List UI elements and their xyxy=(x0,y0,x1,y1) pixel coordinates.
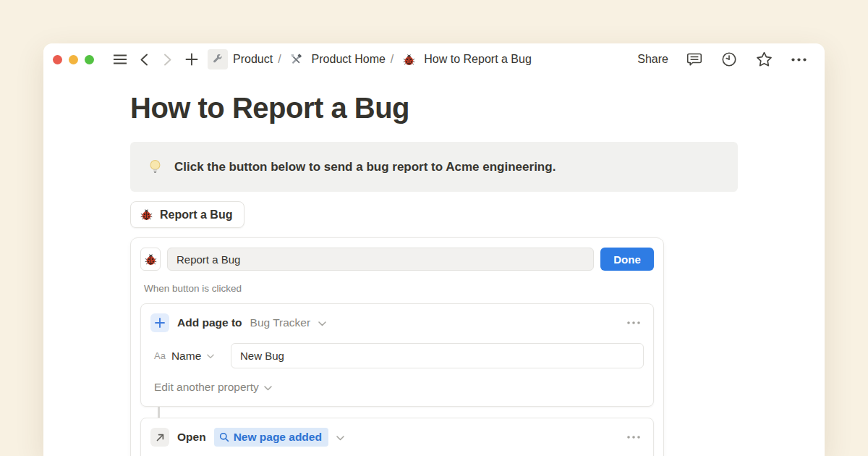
step-header-row: Open New page added xyxy=(150,428,644,447)
report-a-bug-label: Report a Bug xyxy=(160,208,232,221)
ladybug-icon xyxy=(140,208,153,221)
property-row: Aa Name xyxy=(150,343,644,368)
lightbulb-icon xyxy=(148,159,163,174)
breadcrumb-separator: / xyxy=(391,53,393,66)
hammer-wrench-icon xyxy=(286,49,307,69)
share-button[interactable]: Share xyxy=(637,53,668,66)
breadcrumb-item-product[interactable]: Product xyxy=(208,49,273,69)
new-page-button[interactable] xyxy=(182,49,202,69)
report-a-bug-button[interactable]: Report a Bug xyxy=(130,201,244,228)
breadcrumb-label: Product Home xyxy=(312,53,386,66)
button-icon-picker[interactable] xyxy=(140,248,161,271)
callout: Click the button below to send a bug rep… xyxy=(130,142,738,192)
breadcrumb-label: How to Report a Bug xyxy=(424,53,532,66)
chevron-down-icon xyxy=(207,354,214,359)
close-window-button[interactable] xyxy=(53,55,62,64)
breadcrumb-item-product-home[interactable]: Product Home xyxy=(286,49,386,69)
trigger-label: When button is clicked xyxy=(144,283,654,294)
plus-icon xyxy=(185,53,198,66)
ladybug-icon xyxy=(399,49,419,69)
action-label: Open xyxy=(177,431,206,444)
button-automation-panel: Done When button is clicked Add page to … xyxy=(130,237,664,456)
chevron-down-icon[interactable] xyxy=(336,436,344,441)
step-more-options-button[interactable] xyxy=(627,436,640,439)
edit-another-property-label: Edit another property xyxy=(154,381,259,394)
arrow-up-right-icon xyxy=(156,433,165,442)
zoom-window-button[interactable] xyxy=(85,55,94,64)
breadcrumb-separator: / xyxy=(278,53,281,66)
property-value-input[interactable] xyxy=(231,343,644,368)
chevron-down-icon[interactable] xyxy=(318,321,326,326)
chevron-down-icon xyxy=(264,386,272,391)
comment-icon xyxy=(686,52,702,67)
button-name-input[interactable] xyxy=(167,248,594,271)
page-content: How to Report a Bug Click the button bel… xyxy=(43,91,825,456)
history-button[interactable] xyxy=(719,49,739,69)
search-icon xyxy=(219,432,229,442)
chevron-right-icon xyxy=(163,54,172,66)
back-button[interactable] xyxy=(134,49,154,69)
topbar-actions: Share xyxy=(637,49,809,69)
page-title: How to Report a Bug xyxy=(130,91,738,124)
action-label: Add page to xyxy=(177,316,242,329)
done-button[interactable]: Done xyxy=(600,248,654,271)
forward-button[interactable] xyxy=(158,49,178,69)
step-connector-line xyxy=(158,407,160,418)
breadcrumb-item-current-page[interactable]: How to Report a Bug xyxy=(399,49,532,69)
nav-controls xyxy=(110,49,202,69)
window-controls xyxy=(53,55,94,64)
minimize-window-button[interactable] xyxy=(69,55,78,64)
database-select[interactable]: Bug Tracker xyxy=(250,316,311,329)
breadcrumb-label: Product xyxy=(233,53,273,66)
open-target-label: New page added xyxy=(234,431,322,444)
property-selector[interactable]: Aa Name xyxy=(154,350,231,363)
ladybug-icon xyxy=(145,253,157,266)
sidebar-toggle-button[interactable] xyxy=(110,49,130,69)
step-card-add-page: Add page to Bug Tracker Aa Na xyxy=(140,303,654,407)
open-page-icon xyxy=(150,428,169,447)
comments-button[interactable] xyxy=(684,49,705,69)
property-type-icon: Aa xyxy=(154,350,166,361)
wrench-icon xyxy=(208,49,228,69)
step-header-row: Add page to Bug Tracker xyxy=(150,313,644,332)
favorite-button[interactable] xyxy=(754,49,774,69)
star-icon xyxy=(756,51,773,67)
hamburger-icon xyxy=(113,54,127,65)
chevron-left-icon xyxy=(140,54,148,66)
topbar: Product / Product Home / How to Report a… xyxy=(43,43,825,75)
property-name: Name xyxy=(171,350,201,363)
callout-text: Click the button below to send a bug rep… xyxy=(174,160,556,174)
ellipsis-icon xyxy=(791,58,807,62)
add-page-icon xyxy=(150,313,169,332)
edit-another-property-button[interactable]: Edit another property xyxy=(150,381,644,394)
breadcrumb: Product / Product Home / How to Report a… xyxy=(208,49,532,69)
app-window: Product / Product Home / How to Report a… xyxy=(43,43,825,456)
plus-icon xyxy=(155,318,165,328)
step-more-options-button[interactable] xyxy=(627,321,640,324)
more-options-button[interactable] xyxy=(788,49,809,69)
step-card-open-page: Open New page added xyxy=(140,418,654,456)
open-target-pill[interactable]: New page added xyxy=(214,428,328,447)
panel-header: Done xyxy=(140,248,654,271)
clock-icon xyxy=(721,51,737,67)
